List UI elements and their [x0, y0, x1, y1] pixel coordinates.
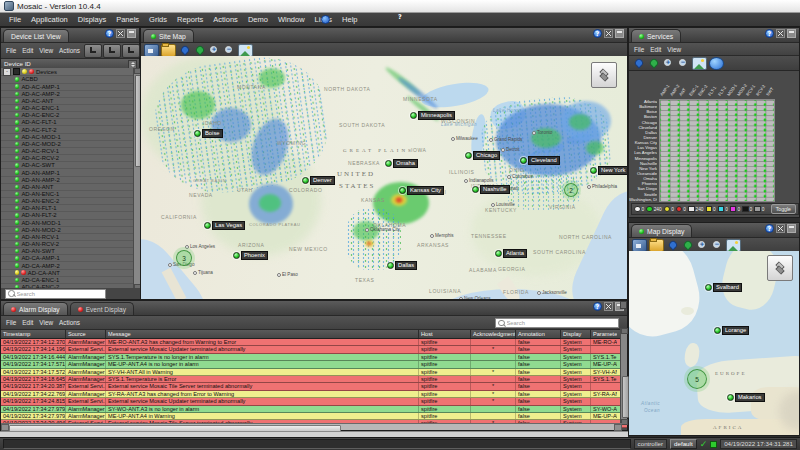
cluster-washington[interactable]: 2: [564, 183, 578, 197]
open-folder-icon[interactable]: [161, 44, 176, 57]
zoom-in-icon[interactable]: [662, 58, 675, 69]
toggle-button[interactable]: Toggle: [771, 204, 796, 214]
cluster-los-angeles[interactable]: 3: [176, 250, 192, 266]
device-root-row[interactable]: Devices: [1, 68, 133, 76]
marker-svalbard[interactable]: Svalbard: [705, 283, 742, 292]
device-row[interactable]: ACBD: [1, 76, 133, 83]
marker-chicago[interactable]: Chicago: [465, 151, 500, 160]
device-row[interactable]: AD-AN-AMP-2: [1, 177, 133, 184]
device-row[interactable]: AD-AC-FLT-1: [1, 119, 133, 126]
device-row[interactable]: AD-AC-ANT: [1, 98, 133, 105]
services-menu-file[interactable]: File: [631, 46, 647, 53]
device-menu-edit[interactable]: Edit: [19, 47, 36, 54]
device-row[interactable]: AD-AN-RCV-1: [1, 234, 133, 241]
globe-icon[interactable]: [709, 57, 724, 70]
table-row[interactable]: 04/19/2022 17:34:27.979 AlarmManager ME-…: [1, 413, 627, 420]
device-row[interactable]: AD-AN-RCV-2: [1, 241, 133, 248]
marker-lorange[interactable]: Lorange: [714, 326, 749, 335]
window-icon[interactable]: [127, 29, 136, 38]
device-search-input[interactable]: [17, 291, 104, 297]
tab-alarm-display[interactable]: Alarm Display: [3, 302, 68, 315]
marker-denver[interactable]: Denver: [302, 176, 335, 185]
alarm-horizontal-scrollbar[interactable]: [1, 423, 622, 430]
zoom-out-icon[interactable]: [223, 45, 236, 56]
window-icon[interactable]: [615, 29, 624, 38]
alarm-search-input[interactable]: [507, 320, 617, 326]
services-status-grid[interactable]: [659, 99, 775, 202]
device-menu-file[interactable]: File: [3, 47, 19, 54]
marker-nashville[interactable]: Nashville: [472, 185, 510, 194]
scroll-left-arrow[interactable]: [1, 424, 9, 431]
device-row[interactable]: AD-AC-ENC-2: [1, 112, 133, 119]
alarm-scrollbar[interactable]: [620, 328, 627, 425]
column-header[interactable]: Acknowledgment: [471, 330, 516, 338]
expand-all-button[interactable]: [122, 44, 140, 58]
device-list-scrollbar[interactable]: [133, 68, 140, 290]
undock-icon[interactable]: [776, 224, 785, 233]
marker-cleveland[interactable]: Cleveland: [520, 156, 560, 165]
layers-button[interactable]: [767, 255, 793, 281]
table-row[interactable]: 04/19/2022 17:34:17.571 AlarmManager ME-…: [1, 361, 627, 368]
add-marker-icon[interactable]: [666, 240, 679, 251]
marker-omaha[interactable]: Omaha: [385, 159, 418, 168]
device-row[interactable]: AD-CA-ANT: [1, 270, 133, 277]
alarm-menu-view[interactable]: View: [36, 319, 56, 326]
layers-button[interactable]: [591, 62, 617, 88]
scroll-down-arrow[interactable]: [621, 419, 628, 425]
table-row[interactable]: 04/19/2022 17:34:27.979 AlarmManager SY-…: [1, 406, 627, 413]
zoom-out-icon[interactable]: [677, 58, 690, 69]
alarm-search-box[interactable]: [495, 318, 619, 328]
zoom-in-icon[interactable]: [208, 45, 221, 56]
window-icon[interactable]: [787, 224, 796, 233]
column-header[interactable]: Message: [106, 330, 419, 338]
add-marker-icon[interactable]: [178, 45, 191, 56]
column-header[interactable]: Source: [66, 330, 106, 338]
device-row[interactable]: AD-AC-RCV-1: [1, 148, 133, 155]
collapse-expander-icon[interactable]: [3, 68, 11, 76]
snapshot-icon[interactable]: [726, 239, 741, 252]
device-row[interactable]: AD-AN-MOD-2: [1, 227, 133, 234]
map-display-tab[interactable]: Map Display: [631, 224, 692, 237]
device-row[interactable]: AD-AC-ENC-1: [1, 105, 133, 112]
column-header[interactable]: Display: [561, 330, 591, 338]
help-icon[interactable]: [593, 29, 602, 38]
undock-icon[interactable]: [604, 29, 613, 38]
marker-dallas[interactable]: Dallas: [387, 261, 417, 270]
device-row[interactable]: AD-CA-AMP-2: [1, 262, 133, 269]
device-row[interactable]: AD-AC-MOD-2: [1, 141, 133, 148]
device-row[interactable]: AD-AN-FLT-1: [1, 205, 133, 212]
cluster-europe[interactable]: 5: [687, 369, 707, 389]
marker-kansas-city[interactable]: Kansas City: [399, 186, 444, 195]
expand-branch-button[interactable]: [84, 44, 102, 58]
device-row[interactable]: AD-AN-FLT-2: [1, 212, 133, 219]
device-row[interactable]: AD-AN-ANT: [1, 184, 133, 191]
table-row[interactable]: 04/19/2022 17:34:24.815 External Servi..…: [1, 398, 627, 405]
table-row[interactable]: 04/19/2022 17:34:17.572 AlarmManager SY-…: [1, 369, 627, 376]
edit-markers-icon[interactable]: [681, 240, 694, 251]
device-row[interactable]: AD-AN-ENC-1: [1, 191, 133, 198]
marker-new-york[interactable]: New York: [590, 166, 627, 175]
undock-icon[interactable]: [604, 302, 613, 311]
device-row[interactable]: AD-CA-AMP-1: [1, 255, 133, 262]
snapshot-icon[interactable]: [692, 57, 707, 70]
device-panel-tab[interactable]: Device List View: [3, 29, 69, 42]
device-row[interactable]: AD-AC-FLT-2: [1, 126, 133, 133]
table-row[interactable]: 04/19/2022 17:34:22.769 AlarmManager SY-…: [1, 391, 627, 398]
zoom-in-icon[interactable]: [696, 240, 709, 251]
device-row[interactable]: AD-AN-MOD-1: [1, 220, 133, 227]
undock-icon[interactable]: [116, 29, 125, 38]
table-row[interactable]: 04/19/2022 17:34:20.387 External Servi..…: [1, 383, 627, 390]
scroll-right-arrow[interactable]: [614, 424, 622, 431]
services-tab[interactable]: Services: [631, 29, 681, 42]
window-icon[interactable]: [787, 29, 796, 38]
help-icon[interactable]: [321, 15, 330, 24]
tab-event-display[interactable]: Event Display: [70, 302, 134, 315]
alarm-menu-edit[interactable]: Edit: [19, 319, 36, 326]
zoom-out-icon[interactable]: [711, 240, 724, 251]
alarm-menu-file[interactable]: File: [3, 319, 19, 326]
device-row[interactable]: AD-AC-MOD-1: [1, 134, 133, 141]
marker-makarios[interactable]: Makarios: [727, 393, 765, 402]
help-icon[interactable]: [765, 29, 774, 38]
device-row[interactable]: AD-AC-AMP-1: [1, 84, 133, 91]
help-icon[interactable]: [593, 302, 602, 311]
